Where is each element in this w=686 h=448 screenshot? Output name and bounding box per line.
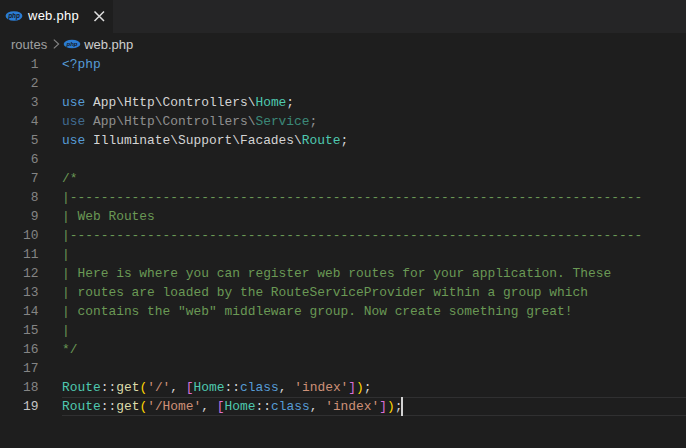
svg-text:php: php [7, 12, 20, 20]
svg-text:php: php [66, 41, 78, 47]
